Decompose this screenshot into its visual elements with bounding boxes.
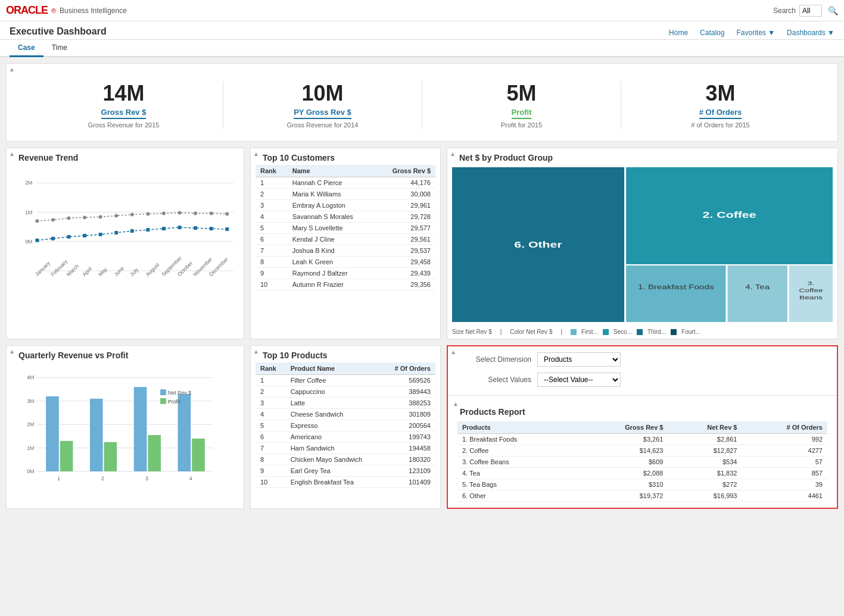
legend-third-label: Third... [647, 329, 666, 335]
filter-panel-arrow: ▲ [450, 349, 456, 355]
nav-favorites[interactable]: Favorites ▼ [736, 29, 775, 37]
search-button[interactable]: 🔍 [828, 6, 838, 15]
svg-rect-68 [60, 441, 73, 471]
svg-point-12 [114, 214, 118, 218]
svg-rect-31 [210, 227, 213, 230]
table-row: 2Cappuccino389443 [256, 386, 435, 398]
table-row: 1Filter Coffee569526 [256, 375, 435, 386]
products-report-title: Products Report [448, 405, 837, 421]
bottom-row: ▲ Quarterly Revenue vs Profit 4M 3M 2M 1… [6, 345, 838, 509]
kpi-py-sub: Gross Revenue for 2014 [223, 121, 422, 129]
table-row: 9Earl Grey Tea123109 [256, 465, 435, 477]
kpi-panel-arrow: ▲ [9, 66, 15, 73]
col-rpt-orders: # Of Orders [742, 421, 827, 434]
kpi-gross-rev-label: Gross Rev $ [101, 108, 147, 119]
kpi-py-value: 10M [223, 82, 422, 105]
svg-text:Coffee: Coffee [799, 287, 823, 293]
svg-point-15 [162, 212, 166, 215]
col-prod-orders: # Of Orders [382, 362, 435, 375]
table-row: 10Autumn R Frazier29,356 [256, 279, 435, 290]
table-row: 4Cheese Sandwich301809 [256, 409, 435, 420]
col-prod-name: Product Name [286, 362, 382, 375]
kpi-orders-sub: # of Orders for 2015 [621, 121, 820, 129]
dimension-label: Select Dimension [460, 355, 531, 364]
search-scope-select[interactable]: All [799, 5, 822, 17]
svg-text:1. Breakfast Foods: 1. Breakfast Foods [638, 284, 714, 291]
oracle-wordmark: ORACLE [6, 4, 48, 17]
treemap-legend: Size Net Rev $ | Color Net Rev $ | First… [447, 326, 837, 339]
svg-rect-23 [83, 234, 86, 237]
kpi-row: 14M Gross Rev $ Gross Revenue for 2015 1… [13, 76, 831, 135]
table-row: 5Mary S Lovellette29,577 [256, 223, 435, 234]
svg-text:May: May [97, 266, 108, 277]
col-rpt-gross: Gross Rev $ [578, 421, 668, 434]
legend-dot-third [637, 329, 643, 335]
dashboard-title-area: Executive Dashboard [10, 26, 107, 39]
kpi-gross-rev-sub: Gross Revenue for 2015 [24, 121, 223, 129]
svg-text:2. Coffee: 2. Coffee [703, 211, 756, 220]
treemap-panel: ▲ Net $ by Product Group 6. Other 2. Cof… [447, 148, 838, 339]
kpi-py-gross-rev: 10M PY Gross Rev $ Gross Revenue for 201… [223, 82, 422, 129]
treemap-svg: 6. Other 2. Coffee 1. Breakfast Foods 4.… [452, 167, 833, 322]
tab-time[interactable]: Time [43, 40, 76, 57]
table-row: 6Americano199743 [256, 431, 435, 443]
svg-point-17 [194, 212, 197, 215]
revenue-trend-chart-area: 2M 1M 0M [7, 165, 244, 305]
quarterly-title: Quarterly Revenue vs Profit [7, 346, 244, 362]
svg-rect-29 [178, 226, 182, 229]
table-row: 4. Tea$2,088$1,832857 [457, 468, 827, 479]
kpi-orders-label: # Of Orders [699, 108, 742, 119]
svg-rect-81 [160, 398, 166, 404]
products-panel-arrow: ▲ [253, 348, 259, 355]
top-customers-panel: ▲ Top 10 Customers Rank Name Gross Rev $… [250, 148, 441, 339]
report-section-arrow: ▲ [450, 401, 839, 407]
svg-rect-74 [192, 439, 205, 471]
kpi-profit-label: Profit [512, 108, 532, 119]
dimension-select[interactable]: Products [537, 352, 621, 367]
svg-text:August: August [145, 261, 161, 277]
svg-text:2M: 2M [27, 421, 34, 427]
top-products-table: Rank Product Name # Of Orders 1Filter Co… [256, 362, 435, 488]
svg-rect-30 [194, 226, 197, 230]
filter-report-panel: ▲ Select Dimension Products Select Value… [447, 345, 838, 509]
legend-color-label: Color Net Rev $ [510, 329, 552, 335]
table-row: 5Expresso200564 [256, 420, 435, 431]
svg-point-7 [35, 219, 39, 223]
search-area: Search All [773, 5, 822, 17]
svg-rect-22 [67, 235, 71, 239]
svg-point-8 [51, 218, 55, 221]
nav-dashboards[interactable]: Dashboards ▼ [787, 29, 834, 37]
svg-text:2: 2 [101, 476, 104, 481]
svg-text:6. Other: 6. Other [514, 240, 562, 250]
main-content: ▲ 14M Gross Rev $ Gross Revenue for 2015… [0, 57, 844, 515]
filter-divider [448, 395, 837, 396]
top-header: ORACLE ® Business Intelligence Search Al… [0, 0, 844, 21]
col-gross-rev: Gross Rev $ [376, 165, 435, 177]
legend-second-label: Seco... [613, 329, 632, 335]
header-right: Search All 🔍 [773, 5, 838, 17]
values-select[interactable]: --Select Value-- [537, 373, 621, 387]
svg-text:Net Rev $: Net Rev $ [168, 390, 191, 396]
quarterly-panel-arrow: ▲ [9, 348, 15, 355]
svg-text:3: 3 [145, 476, 148, 481]
table-row: 6. Other$19,372$16,9934461 [457, 490, 827, 502]
products-report-table: Products Gross Rev $ Net Rev $ # Of Orde… [457, 421, 827, 502]
nav-home[interactable]: Home [669, 29, 688, 37]
legend-first-label: First... [581, 329, 598, 335]
svg-text:0M: 0M [27, 468, 34, 474]
tab-case[interactable]: Case [10, 40, 43, 57]
svg-text:July: July [129, 267, 140, 278]
search-label: Search [773, 7, 796, 15]
kpi-profit-value: 5M [422, 82, 621, 105]
svg-rect-20 [35, 239, 39, 242]
svg-text:March: March [66, 263, 80, 278]
nav-bar: Executive Dashboard Home Catalog Favorit… [0, 21, 844, 40]
revenue-trend-panel: ▲ Revenue Trend 2M 1M 0M [6, 148, 244, 339]
svg-rect-24 [99, 233, 102, 236]
kpi-gross-rev: 14M Gross Rev $ Gross Revenue for 2015 [24, 82, 223, 129]
nav-catalog[interactable]: Catalog [700, 29, 724, 37]
treemap-title: Net $ by Product Group [447, 148, 837, 165]
treemap-area: 6. Other 2. Coffee 1. Breakfast Foods 4.… [447, 165, 837, 326]
top-customers-table-wrap: Rank Name Gross Rev $ 1Hannah C Pierce44… [251, 165, 440, 295]
table-row: 7Ham Sandwich194458 [256, 443, 435, 454]
